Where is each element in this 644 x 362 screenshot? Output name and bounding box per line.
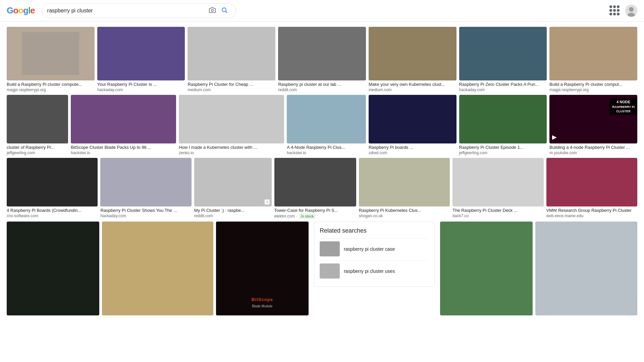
image-title: Raspberry Pi Cluster Episode 1...: [459, 145, 547, 150]
image-source: reddit.com: [194, 214, 272, 218]
image-title: My Pi Cluster :) : raspbe...: [194, 208, 272, 213]
image-source: hackster.io: [71, 150, 176, 155]
image-item[interactable]: VMW Research Group Raspberry Pi Cluster …: [546, 158, 637, 218]
image-item[interactable]: Build a Raspberry Pi cluster compute... …: [7, 27, 95, 92]
image-item[interactable]: [440, 222, 533, 315]
camera-search-button[interactable]: [206, 7, 218, 14]
header-right: [609, 5, 637, 17]
image-source: magpi.raspberrypi.org: [7, 87, 95, 92]
image-row-3: 4 Raspberry Pi Boards (Crowdfundin... cn…: [7, 158, 637, 219]
image-item[interactable]: Raspberry pi cluster at our lab ... redd…: [278, 27, 366, 92]
node-count-label: 4 NODE: [612, 99, 635, 105]
related-searches-container: Related searches raspberry pi cluster ca…: [311, 222, 437, 287]
image-item[interactable]: [7, 222, 99, 315]
image-title: VMW Research Group Raspberry Pi Cluster: [546, 208, 637, 213]
pi-cluster-label: RASPBERRY PI: [612, 105, 635, 110]
play-icon: ▶: [552, 133, 557, 141]
image-source: jeffgeerling.com: [7, 150, 68, 155]
image-item[interactable]: 4 NODE RASPBERRY PI CLUSTER ▶ Building a…: [549, 95, 637, 155]
user-avatar[interactable]: [625, 5, 637, 17]
cluster-label: CLUSTER: [612, 109, 635, 114]
image-item[interactable]: Raspberry Pi Kubernetes Clus... shogan.c…: [359, 158, 450, 218]
image-title: Make your very own Kubernetes clust...: [369, 82, 457, 87]
logo-o2: o: [18, 5, 23, 15]
image-title: BitScope Cluster Blade Packs Up to 96 ..…: [71, 145, 176, 150]
image-title: cluster of Raspberry Pi...: [7, 145, 68, 150]
image-item[interactable]: Make your very own Kubernetes clust... m…: [369, 27, 457, 92]
in-stock-badge: In stock: [299, 214, 316, 219]
image-title: Your Raspberry Pi Cluster Is ...: [97, 82, 185, 87]
image-item[interactable]: The Raspberry Pi Cluster Deck ... back7.…: [452, 158, 543, 218]
related-label-1: raspberry pi cluster case: [344, 246, 395, 252]
logo-e: e: [30, 5, 35, 15]
image-title: A 4-Node Raspberry Pi Clus...: [287, 145, 366, 150]
image-title: How I made a Kubernetes cluster with ...: [179, 145, 284, 150]
image-source: jeffgeerling.com: [459, 150, 547, 155]
image-title: Build a Raspberry Pi cluster compute...: [7, 82, 95, 87]
image-item[interactable]: Raspberry Pi Cluster Episode 1... jeffge…: [459, 95, 547, 155]
header: Google: [0, 0, 644, 21]
image-source: medium.com: [187, 87, 275, 92]
image-source: hackaday.com: [459, 87, 547, 92]
image-title: Raspberry Pi boards ...: [369, 145, 457, 150]
image-item[interactable]: [102, 222, 213, 315]
image-source: shogan.co.uk: [359, 214, 450, 218]
source-label: elektor.com ·: [274, 214, 297, 219]
image-title: 4 Raspberry Pi Boards (Crowdfundin...: [7, 208, 98, 213]
image-item[interactable]: 4 Raspberry Pi Boards (Crowdfundin... cn…: [7, 158, 98, 218]
apps-button[interactable]: [609, 5, 620, 16]
device-label: BitScope: [252, 297, 273, 302]
image-item[interactable]: BitScope Blade Module: [216, 222, 309, 315]
image-item[interactable]: A 4-Node Raspberry Pi Clus... hackster.i…: [287, 95, 366, 155]
svg-point-1: [222, 8, 226, 12]
image-item[interactable]: ○ My Pi Cluster :) : raspbe... reddit.co…: [194, 158, 272, 218]
search-input[interactable]: [47, 8, 206, 14]
svg-point-4: [629, 7, 634, 12]
related-thumb-2: [320, 263, 340, 279]
image-row-1: Build a Raspberry Pi cluster compute... …: [7, 27, 637, 92]
related-searches-item-2[interactable]: raspberry pi cluster uses: [320, 260, 429, 281]
image-title: The Raspberry Pi Cluster Deck ...: [452, 208, 543, 213]
image-title: Tower-Case for Raspberry Pi S...: [274, 208, 356, 213]
image-item[interactable]: Raspberry Pi Cluster Shows You The ... h…: [100, 158, 191, 218]
image-source: hackaday.com: [97, 87, 185, 92]
related-searches-item-1[interactable]: raspberry pi cluster case: [320, 238, 429, 259]
image-row-2: cluster of Raspberry Pi... jeffgeerling.…: [7, 95, 637, 155]
image-source: elektor.com · In stock: [274, 214, 356, 219]
svg-point-0: [211, 9, 213, 12]
search-bar[interactable]: [42, 3, 236, 18]
image-source: magpi.raspberrypi.org: [549, 87, 637, 92]
image-item[interactable]: Your Raspberry Pi Cluster Is ... hackada…: [97, 27, 185, 92]
image-item[interactable]: Raspberry Pi boards ... zdnet.com: [369, 95, 457, 155]
search-button[interactable]: [218, 7, 230, 14]
image-item[interactable]: BitScope Cluster Blade Packs Up to 96 ..…: [71, 95, 176, 155]
image-title: Building a 4-node Raspberry Pi Cluster .…: [549, 145, 637, 150]
logo-o1: o: [13, 5, 18, 15]
image-title: Raspberry Pi Cluster for Cheap ...: [187, 82, 275, 87]
image-source: m.youtube.com: [549, 150, 637, 155]
device-sublabel: Blade Module: [252, 304, 272, 308]
main-content: Build a Raspberry Pi cluster compute... …: [0, 21, 644, 323]
image-item[interactable]: Build a Raspberry Pi cluster comput... m…: [549, 27, 637, 92]
image-source: medium.com: [369, 87, 457, 92]
source-watermark: ○: [265, 199, 269, 204]
related-searches-title: Related searches: [320, 227, 429, 234]
image-source: cnx-software.com: [7, 214, 98, 218]
image-row-4: BitScope Blade Module Related searches r…: [7, 222, 637, 315]
image-item[interactable]: Raspberry Pi Cluster for Cheap ... mediu…: [187, 27, 275, 92]
logo-g: G: [7, 5, 13, 15]
image-source: zdnet.com: [369, 150, 457, 155]
image-title: Raspberry pi cluster at our lab ...: [278, 82, 366, 87]
svg-rect-6: [22, 32, 79, 75]
image-item[interactable]: cluster of Raspberry Pi... jeffgeerling.…: [7, 95, 68, 155]
image-title: Raspberry Pi Cluster Shows You The ...: [100, 208, 191, 213]
image-item[interactable]: Raspberry Pi Zero Cluster Packs A Pun...…: [459, 27, 547, 92]
image-item[interactable]: How I made a Kubernetes cluster with ...…: [179, 95, 284, 155]
google-logo[interactable]: Google: [7, 5, 35, 16]
image-source: hackaday.com: [100, 214, 191, 218]
related-searches-panel: Related searches raspberry pi cluster ca…: [314, 222, 435, 287]
image-source: back7.co: [452, 214, 543, 218]
image-item[interactable]: [535, 222, 637, 315]
image-source: zenko.io: [179, 150, 284, 155]
image-item[interactable]: Tower-Case for Raspberry Pi S... elektor…: [274, 158, 356, 219]
